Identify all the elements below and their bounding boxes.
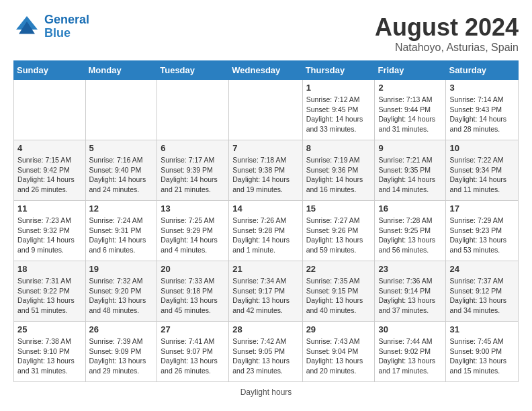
- calendar-body: 1Sunrise: 7:12 AM Sunset: 9:45 PM Daylig…: [14, 80, 519, 382]
- calendar-cell: 16Sunrise: 7:28 AM Sunset: 9:25 PM Dayli…: [375, 201, 446, 261]
- day-number: 23: [378, 264, 442, 274]
- calendar-cell: 18Sunrise: 7:31 AM Sunset: 9:22 PM Dayli…: [14, 261, 86, 322]
- calendar-cell: 13Sunrise: 7:25 AM Sunset: 9:29 PM Dayli…: [157, 201, 229, 261]
- logo: General Blue: [13, 13, 89, 40]
- day-info: Sunrise: 7:25 AM Sunset: 9:29 PM Dayligh…: [161, 216, 225, 255]
- day-number: 27: [161, 324, 225, 334]
- title-block: August 2024 Natahoyo, Asturias, Spain: [375, 13, 519, 54]
- calendar-cell: 7Sunrise: 7:18 AM Sunset: 9:38 PM Daylig…: [229, 140, 302, 201]
- day-info: Sunrise: 7:39 AM Sunset: 9:09 PM Dayligh…: [89, 336, 154, 376]
- calendar-cell: 30Sunrise: 7:44 AM Sunset: 9:02 PM Dayli…: [375, 322, 446, 382]
- location: Natahoyo, Asturias, Spain: [375, 42, 519, 54]
- day-info: Sunrise: 7:32 AM Sunset: 9:20 PM Dayligh…: [89, 276, 154, 316]
- calendar-cell: [85, 80, 157, 140]
- day-number: 1: [306, 83, 371, 93]
- day-info: Sunrise: 7:26 AM Sunset: 9:28 PM Dayligh…: [232, 216, 298, 255]
- calendar-cell: 6Sunrise: 7:17 AM Sunset: 9:39 PM Daylig…: [157, 140, 229, 201]
- calendar-cell: 14Sunrise: 7:26 AM Sunset: 9:28 PM Dayli…: [229, 201, 302, 261]
- calendar-cell: 24Sunrise: 7:37 AM Sunset: 9:12 PM Dayli…: [446, 261, 519, 322]
- calendar-cell: 27Sunrise: 7:41 AM Sunset: 9:07 PM Dayli…: [157, 322, 229, 382]
- calendar-cell: 29Sunrise: 7:43 AM Sunset: 9:04 PM Dayli…: [302, 322, 375, 382]
- day-number: 6: [161, 143, 225, 153]
- day-number: 30: [378, 324, 442, 334]
- day-info: Sunrise: 7:36 AM Sunset: 9:14 PM Dayligh…: [378, 276, 442, 316]
- day-info: Sunrise: 7:34 AM Sunset: 9:17 PM Dayligh…: [232, 276, 298, 316]
- day-number: 2: [378, 83, 442, 93]
- calendar-cell: 26Sunrise: 7:39 AM Sunset: 9:09 PM Dayli…: [85, 322, 157, 382]
- calendar-cell: 3Sunrise: 7:14 AM Sunset: 9:43 PM Daylig…: [446, 80, 519, 140]
- day-info: Sunrise: 7:15 AM Sunset: 9:42 PM Dayligh…: [17, 155, 82, 195]
- day-number: 24: [449, 264, 515, 274]
- weekday-header-thursday: Thursday: [302, 61, 375, 80]
- day-info: Sunrise: 7:22 AM Sunset: 9:34 PM Dayligh…: [449, 155, 515, 195]
- calendar-cell: [229, 80, 302, 140]
- day-number: 14: [232, 203, 298, 214]
- logo-icon: [13, 13, 40, 40]
- calendar-cell: 1Sunrise: 7:12 AM Sunset: 9:45 PM Daylig…: [302, 80, 375, 140]
- day-info: Sunrise: 7:16 AM Sunset: 9:40 PM Dayligh…: [89, 155, 154, 195]
- calendar-cell: 25Sunrise: 7:38 AM Sunset: 9:10 PM Dayli…: [14, 322, 86, 382]
- day-info: Sunrise: 7:21 AM Sunset: 9:35 PM Dayligh…: [378, 155, 442, 195]
- day-info: Sunrise: 7:43 AM Sunset: 9:04 PM Dayligh…: [306, 336, 371, 376]
- month-year: August 2024: [375, 13, 519, 42]
- logo-line2: Blue: [44, 26, 71, 40]
- day-info: Sunrise: 7:13 AM Sunset: 9:44 PM Dayligh…: [378, 95, 442, 134]
- day-info: Sunrise: 7:27 AM Sunset: 9:26 PM Dayligh…: [306, 216, 371, 255]
- day-number: 12: [89, 203, 154, 214]
- calendar-cell: 23Sunrise: 7:36 AM Sunset: 9:14 PM Dayli…: [375, 261, 446, 322]
- day-number: 25: [17, 324, 82, 334]
- weekday-header-wednesday: Wednesday: [229, 61, 302, 80]
- weekday-header-sunday: Sunday: [14, 61, 86, 80]
- calendar-cell: 28Sunrise: 7:42 AM Sunset: 9:05 PM Dayli…: [229, 322, 302, 382]
- day-number: 29: [306, 324, 371, 334]
- calendar-header: SundayMondayTuesdayWednesdayThursdayFrid…: [14, 61, 519, 80]
- calendar-cell: 31Sunrise: 7:45 AM Sunset: 9:00 PM Dayli…: [446, 322, 519, 382]
- calendar-cell: 12Sunrise: 7:24 AM Sunset: 9:31 PM Dayli…: [85, 201, 157, 261]
- day-info: Sunrise: 7:17 AM Sunset: 9:39 PM Dayligh…: [161, 155, 225, 195]
- day-info: Sunrise: 7:45 AM Sunset: 9:00 PM Dayligh…: [449, 336, 515, 376]
- day-number: 10: [449, 143, 515, 153]
- logo-line1: General: [44, 13, 89, 26]
- calendar-cell: 2Sunrise: 7:13 AM Sunset: 9:44 PM Daylig…: [375, 80, 446, 140]
- day-info: Sunrise: 7:18 AM Sunset: 9:38 PM Dayligh…: [232, 155, 298, 195]
- weekday-header-tuesday: Tuesday: [157, 61, 229, 80]
- day-info: Sunrise: 7:35 AM Sunset: 9:15 PM Dayligh…: [306, 276, 371, 316]
- day-info: Sunrise: 7:14 AM Sunset: 9:43 PM Dayligh…: [449, 95, 515, 134]
- day-info: Sunrise: 7:28 AM Sunset: 9:25 PM Dayligh…: [378, 216, 442, 255]
- calendar-cell: 8Sunrise: 7:19 AM Sunset: 9:36 PM Daylig…: [302, 140, 375, 201]
- footer-text: Daylight hours: [240, 387, 292, 397]
- weekday-header-monday: Monday: [85, 61, 157, 80]
- calendar-cell: 10Sunrise: 7:22 AM Sunset: 9:34 PM Dayli…: [446, 140, 519, 201]
- calendar-cell: [157, 80, 229, 140]
- weekday-row: SundayMondayTuesdayWednesdayThursdayFrid…: [14, 61, 519, 80]
- day-number: 20: [161, 264, 225, 274]
- day-info: Sunrise: 7:44 AM Sunset: 9:02 PM Dayligh…: [378, 336, 442, 376]
- calendar-cell: 15Sunrise: 7:27 AM Sunset: 9:26 PM Dayli…: [302, 201, 375, 261]
- day-number: 28: [232, 324, 298, 334]
- calendar-cell: 17Sunrise: 7:29 AM Sunset: 9:23 PM Dayli…: [446, 201, 519, 261]
- day-number: 4: [17, 143, 82, 153]
- calendar-cell: 21Sunrise: 7:34 AM Sunset: 9:17 PM Dayli…: [229, 261, 302, 322]
- logo-text: General Blue: [44, 13, 89, 40]
- day-number: 3: [449, 83, 515, 93]
- day-info: Sunrise: 7:41 AM Sunset: 9:07 PM Dayligh…: [161, 336, 225, 376]
- day-number: 26: [89, 324, 154, 334]
- weekday-header-friday: Friday: [375, 61, 446, 80]
- footer: Daylight hours: [13, 387, 519, 397]
- day-info: Sunrise: 7:31 AM Sunset: 9:22 PM Dayligh…: [17, 276, 82, 316]
- day-info: Sunrise: 7:24 AM Sunset: 9:31 PM Dayligh…: [89, 216, 154, 255]
- day-number: 11: [17, 203, 82, 214]
- day-number: 21: [232, 264, 298, 274]
- day-number: 31: [449, 324, 515, 334]
- calendar-cell: 22Sunrise: 7:35 AM Sunset: 9:15 PM Dayli…: [302, 261, 375, 322]
- day-info: Sunrise: 7:29 AM Sunset: 9:23 PM Dayligh…: [449, 216, 515, 255]
- day-number: 7: [232, 143, 298, 153]
- calendar-week-3: 11Sunrise: 7:23 AM Sunset: 9:32 PM Dayli…: [14, 201, 519, 261]
- calendar-table: SundayMondayTuesdayWednesdayThursdayFrid…: [13, 60, 519, 382]
- day-info: Sunrise: 7:42 AM Sunset: 9:05 PM Dayligh…: [232, 336, 298, 376]
- calendar-cell: [14, 80, 86, 140]
- day-number: 9: [378, 143, 442, 153]
- day-number: 5: [89, 143, 154, 153]
- calendar-cell: 20Sunrise: 7:33 AM Sunset: 9:18 PM Dayli…: [157, 261, 229, 322]
- day-info: Sunrise: 7:23 AM Sunset: 9:32 PM Dayligh…: [17, 216, 82, 255]
